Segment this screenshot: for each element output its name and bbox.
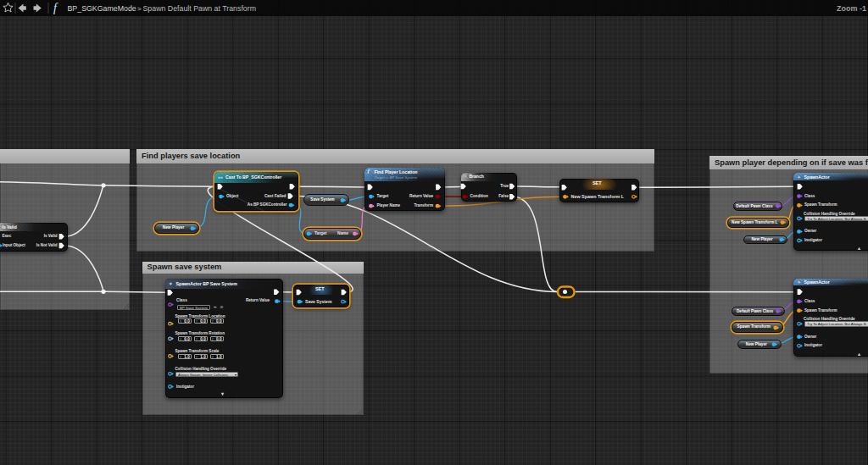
- svg-text:f: f: [53, 2, 58, 14]
- svg-text:Spawn Default Pawn at Transfor: Spawn Default Pawn at Transform: [143, 4, 256, 13]
- svg-text:BP_SGKGameMode: BP_SGKGameMode: [68, 4, 136, 13]
- svg-text:>: >: [137, 5, 142, 13]
- svg-text:Zoom -1: Zoom -1: [837, 4, 866, 13]
